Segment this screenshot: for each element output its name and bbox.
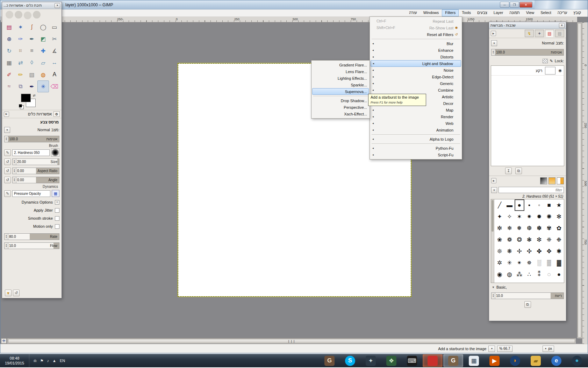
vertical-scrollbar[interactable] bbox=[577, 22, 582, 338]
dynamics-options-expander[interactable]: + bbox=[55, 200, 59, 205]
menubar-item[interactable]: Select bbox=[537, 9, 554, 16]
brushes-menu-button[interactable]: ▶ bbox=[491, 178, 496, 183]
brush-cell[interactable]: ● bbox=[554, 269, 564, 280]
submenu-item[interactable]: Lens Flare... bbox=[312, 68, 369, 75]
menu-item[interactable]: ◂ Animation bbox=[371, 127, 461, 133]
brush-cell[interactable]: ❇ bbox=[534, 234, 544, 246]
layer-visibility-eye-icon[interactable]: ◉ bbox=[558, 68, 562, 73]
brush-filter-dropdown[interactable]: ▼ bbox=[491, 187, 497, 193]
menubar-item[interactable]: View bbox=[523, 9, 538, 16]
layer-opacity-slider[interactable]: ▲▼ 100.0 אטימות bbox=[491, 49, 564, 56]
calculator[interactable]: ▦ bbox=[464, 354, 484, 367]
brush-cell[interactable]: ✧ bbox=[504, 211, 514, 222]
brush-cell[interactable]: ❂ bbox=[515, 234, 524, 246]
unit-combo[interactable]: ▼ px bbox=[543, 346, 554, 352]
brush-preview[interactable] bbox=[51, 148, 59, 157]
photo-viewer[interactable]: ❖ bbox=[381, 354, 401, 367]
checkbox[interactable] bbox=[55, 216, 59, 221]
fuzzy-select-tool[interactable]: ✶ bbox=[15, 21, 26, 33]
angle-reset-icon[interactable]: ↺ bbox=[4, 177, 11, 183]
zoom-tool[interactable]: ⊕ bbox=[3, 33, 15, 45]
paths-tool[interactable]: ✒ bbox=[26, 33, 37, 45]
align-tool[interactable]: ≡ bbox=[26, 45, 37, 57]
clone-tool[interactable]: ⧉ bbox=[15, 80, 26, 92]
volume-icon[interactable]: ♪ bbox=[47, 359, 49, 363]
foreground-color-swatch[interactable] bbox=[21, 94, 31, 102]
minimize-button[interactable]: ─ bbox=[500, 2, 509, 8]
show-hidden-icons[interactable]: ▲ bbox=[52, 359, 56, 363]
brush-cell[interactable]: ✾ bbox=[544, 222, 554, 234]
menubar-item[interactable]: עריכה bbox=[554, 9, 571, 16]
menu-item[interactable]: ◂ Map bbox=[371, 107, 461, 113]
size-slider[interactable]: ▲▼ 20.00 Size bbox=[12, 158, 59, 165]
scissors-select-tool[interactable]: ✂ bbox=[49, 33, 60, 45]
brush-cell[interactable]: ∴ bbox=[524, 269, 534, 280]
horizontal-scrollbar[interactable]: ❙❙❙ bbox=[7, 338, 576, 344]
pan-view-icon[interactable]: ✛ bbox=[1, 338, 7, 344]
language-indicator[interactable]: EN bbox=[60, 359, 65, 363]
brush-cell[interactable]: ■ bbox=[544, 199, 554, 211]
brush-cell[interactable]: ⁑ bbox=[534, 269, 544, 280]
brush-cell[interactable]: ◌ bbox=[544, 269, 554, 280]
brush-cell[interactable]: ▓ bbox=[554, 257, 564, 269]
brush-cell[interactable]: ◉ bbox=[495, 269, 504, 280]
menubar-item[interactable]: תמונה bbox=[506, 9, 523, 16]
brush-cell[interactable]: ❈ bbox=[544, 234, 554, 246]
brush-cell[interactable]: ✹ bbox=[534, 211, 544, 222]
brush-cell[interactable]: ✱ bbox=[554, 246, 564, 257]
brush-cell[interactable]: ❊ bbox=[495, 246, 504, 257]
flip-tool[interactable]: ⇄ bbox=[15, 57, 26, 69]
brush-cell[interactable]: ⁂ bbox=[515, 269, 524, 280]
fg-bg-color-widget[interactable]: ⇄ bbox=[19, 94, 47, 109]
blend-tool[interactable]: ▧ bbox=[26, 69, 37, 80]
group-expander-icon[interactable]: ▼ bbox=[492, 286, 495, 289]
gimp-pinned[interactable]: G bbox=[320, 354, 339, 367]
save-tool-options-button[interactable]: ▼ bbox=[5, 290, 12, 296]
menu-item[interactable] bbox=[371, 142, 461, 145]
brush-cell[interactable]: ❆ bbox=[524, 222, 534, 234]
submenu-item[interactable] bbox=[312, 95, 369, 97]
pencil-tool[interactable]: ✏ bbox=[15, 69, 26, 80]
brush-cell[interactable]: ❉ bbox=[554, 234, 564, 246]
firefox[interactable]: ◗ bbox=[505, 354, 525, 367]
gimp-running[interactable]: G bbox=[443, 354, 463, 367]
brush-cell[interactable]: ❀ bbox=[495, 234, 504, 246]
brush-cell[interactable]: ❁ bbox=[504, 234, 514, 246]
submenu-item[interactable]: Xach-Effect... bbox=[312, 111, 369, 117]
brush-cell[interactable]: ✿ bbox=[554, 222, 564, 234]
brush-cell[interactable]: ★ bbox=[554, 199, 564, 211]
brush-spacing-slider[interactable]: ▲▼ 10.0 ריווח bbox=[491, 292, 564, 299]
brush-cell[interactable]: ❅ bbox=[515, 222, 524, 234]
layer-mode-dropdown[interactable]: ▼ bbox=[491, 40, 497, 46]
color-picker-tool[interactable]: ✑ bbox=[15, 33, 26, 45]
dock-titlebar[interactable]: שכבות - מברשות ✕ bbox=[489, 22, 566, 29]
menu-item[interactable]: ◂ Light and Shadow bbox=[371, 60, 461, 67]
brush-cell[interactable]: ✵ bbox=[524, 257, 534, 269]
brush-cell[interactable]: ✥ bbox=[544, 246, 554, 257]
reset-tool-options-button[interactable]: ↺ bbox=[13, 290, 20, 296]
menubar-item[interactable]: קובץ bbox=[571, 9, 584, 16]
flow-slider[interactable]: ▲▼ 10.0 Flow bbox=[4, 242, 59, 249]
opacity-slider[interactable]: ▲▼ 100.0 אטימות bbox=[4, 136, 59, 142]
on-screen-keyboard[interactable]: ⌨ bbox=[402, 354, 422, 367]
dynamics-selector[interactable]: Pressure Opacity bbox=[12, 190, 50, 197]
tab-channels[interactable]: ✦ bbox=[535, 30, 544, 37]
edit-dynamics-icon[interactable]: ✎ bbox=[4, 190, 11, 197]
dock-close-icon[interactable]: ✕ bbox=[559, 23, 565, 28]
checkbox[interactable] bbox=[55, 208, 59, 213]
submenu-item[interactable]: Drop Shadow... bbox=[312, 97, 369, 104]
submenu-item[interactable]: Lighting Effects... bbox=[312, 75, 369, 82]
brush-cell[interactable]: ✤ bbox=[534, 246, 544, 257]
brush-cell[interactable]: ✶ bbox=[515, 211, 524, 222]
brush-cell[interactable]: ✼ bbox=[495, 222, 504, 234]
scale-tool[interactable]: ↔ bbox=[49, 57, 60, 69]
menu-item[interactable]: Shift+Ctrl+F Re-Show Last ✺ bbox=[371, 24, 461, 31]
menubar-item[interactable]: עזרה bbox=[406, 9, 420, 16]
panel-menu-button[interactable]: ▶ bbox=[4, 112, 9, 117]
menu-item[interactable]: ◂ Noise bbox=[371, 67, 461, 73]
paintbrush-tool[interactable]: ✐ bbox=[3, 69, 15, 80]
brush-cell[interactable]: ❋ bbox=[504, 246, 514, 257]
bucket-fill-tool[interactable]: ◍ bbox=[37, 69, 49, 80]
menu-item[interactable]: ◂ Blur bbox=[371, 40, 461, 47]
gradient-swatch[interactable] bbox=[540, 177, 547, 184]
